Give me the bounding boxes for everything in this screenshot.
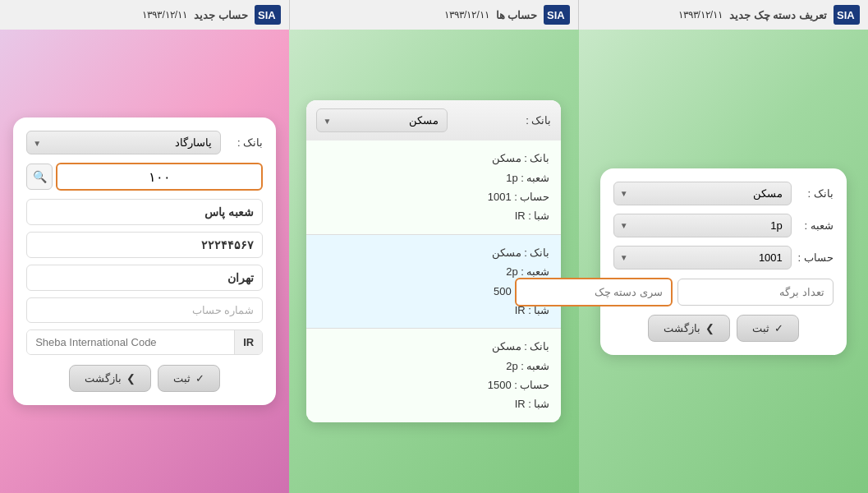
main-content: بانک : پاسارگاد 🔍 شعبه پاس ۲۲۲۴۴۵۶۷ تهرا…: [0, 30, 868, 493]
check-branch-select[interactable]: 1p: [613, 214, 792, 237]
branch-field: شعبه پاس: [26, 199, 263, 225]
title-accounts: حساب ها: [496, 9, 538, 21]
title-new-check: تعریف دسته چک جدید: [729, 9, 827, 21]
account-2-bank: بانک : مسکن: [318, 243, 549, 262]
panel-accounts: بانک : مسکن بانک : مسکن شعبه : 1p حساب :…: [289, 30, 578, 493]
panel-new-check: بانک : مسکن شعبه : 1p حساب :: [579, 30, 868, 493]
account-2-branch: شعبه : 2p: [318, 262, 549, 281]
accounts-card: بانک : مسکن بانک : مسکن شعبه : 1p حساب :…: [306, 100, 561, 422]
svg-text:SIA: SIA: [258, 9, 276, 21]
confirm-icon-2: ✓: [774, 322, 783, 334]
account-3-bank: بانک : مسکن: [318, 337, 549, 356]
check-branch-select-wrapper[interactable]: 1p: [613, 214, 792, 237]
check-bank-select-wrapper[interactable]: مسکن: [613, 182, 792, 205]
check-count-input[interactable]: [677, 279, 834, 306]
action-row-1: ✓ ثبت ❯ بازگشت: [26, 365, 263, 392]
check-branch-label: شعبه :: [797, 219, 834, 232]
check-bank-select[interactable]: مسکن: [613, 182, 792, 205]
account-item-3[interactable]: بانک : مسکن شعبه : 2p حساب : 1500 شبا : …: [306, 329, 561, 422]
search-icon: 🔍: [33, 170, 47, 183]
account-1-number: حساب : 1001: [318, 187, 549, 206]
bank-select[interactable]: پاسارگاد: [26, 131, 221, 154]
svg-text:SIA: SIA: [837, 9, 855, 21]
back-button-2[interactable]: ❯ بازگشت: [648, 315, 730, 342]
check-account-label: حساب :: [797, 251, 834, 264]
new-check-card: بانک : مسکن شعبه : 1p حساب :: [600, 168, 847, 355]
title-new-account: حساب جدید: [194, 9, 248, 21]
account-item-1[interactable]: بانک : مسکن شعبه : 1p حساب : 1001 شبا : …: [306, 141, 561, 235]
check-account-row: حساب : 1001: [613, 246, 834, 270]
confirm-button-1[interactable]: ✓ ثبت: [158, 365, 220, 392]
confirm-label-1: ثبت: [173, 372, 191, 385]
sheba-input[interactable]: [27, 330, 234, 354]
account-3-number: حساب : 1500: [318, 376, 549, 394]
bank-row: بانک : پاسارگاد: [26, 131, 263, 154]
account-placeholder-field: شماره حساب: [26, 297, 263, 323]
confirm-icon-1: ✓: [195, 372, 204, 385]
city-field: تهران: [26, 265, 263, 291]
accounts-header: بانک : مسکن: [306, 100, 561, 141]
sheba-row: IR: [26, 329, 263, 355]
account-3-branch: شعبه : 2p: [318, 357, 549, 376]
logo-3: SIA: [834, 5, 860, 25]
check-series-count-row: [613, 278, 834, 306]
check-bank-row: بانک : مسکن: [613, 182, 834, 205]
account-3-sheba: شبا : IR: [318, 394, 549, 413]
sheba-prefix: IR: [234, 330, 262, 354]
logo-1: SIA: [255, 5, 281, 25]
top-section-new-check: ۱۳۹۳/۱۲/۱۱ تعریف دسته چک جدید SIA: [579, 0, 868, 30]
search-button[interactable]: 🔍: [26, 164, 53, 190]
accounts-bank-label: بانک :: [526, 114, 551, 127]
logo-2: SIA: [544, 5, 570, 25]
check-bank-label: بانک :: [797, 187, 834, 200]
check-series-input[interactable]: [515, 278, 673, 306]
panel-new-account: بانک : پاسارگاد 🔍 شعبه پاس ۲۲۲۴۴۵۶۷ تهرا…: [0, 30, 289, 493]
accounts-bank-select-wrapper[interactable]: مسکن: [316, 108, 448, 132]
bank-select-wrapper[interactable]: پاسارگاد: [26, 131, 221, 154]
svg-text:SIA: SIA: [547, 9, 565, 21]
search-input[interactable]: [56, 163, 263, 191]
top-bar: ۱۳۹۳/۱۲/۱۱ حساب جدید SIA ۱۳۹۳/۱۲/۱۱ حساب…: [0, 0, 868, 30]
top-section-new-account: ۱۳۹۳/۱۲/۱۱ حساب جدید SIA: [0, 0, 290, 30]
check-branch-row: شعبه : 1p: [613, 214, 834, 237]
date-new-check: ۱۳۹۳/۱۲/۱۱: [678, 9, 723, 21]
confirm-label-2: ثبت: [752, 322, 769, 334]
back-icon-1: ❯: [126, 372, 135, 385]
date-new-account: ۱۳۹۳/۱۲/۱۱: [142, 9, 187, 21]
search-row: 🔍: [26, 163, 263, 191]
check-account-select[interactable]: 1001: [613, 246, 792, 270]
bank-label: بانک :: [226, 136, 263, 149]
account-number-field: ۲۲۲۴۴۵۶۷: [26, 232, 263, 258]
action-row-2: ✓ ثبت ❯ بازگشت: [613, 315, 834, 342]
date-accounts: ۱۳۹۳/۱۲/۱۱: [444, 9, 489, 21]
account-1-bank: بانک : مسکن: [318, 149, 549, 168]
account-1-branch: شعبه : 1p: [318, 168, 549, 187]
top-section-accounts: ۱۳۹۳/۱۲/۱۱ حساب ها SIA: [290, 0, 580, 30]
account-1-sheba: شبا : IR: [318, 206, 549, 225]
back-label-2: بازگشت: [664, 322, 700, 334]
back-icon-2: ❯: [705, 322, 714, 334]
new-account-card: بانک : پاسارگاد 🔍 شعبه پاس ۲۲۲۴۴۵۶۷ تهرا…: [13, 117, 276, 405]
back-label-1: بازگشت: [85, 372, 122, 385]
back-button-1[interactable]: ❯ بازگشت: [69, 365, 151, 392]
accounts-bank-select[interactable]: مسکن: [316, 108, 448, 132]
check-account-select-wrapper[interactable]: 1001: [613, 246, 792, 270]
confirm-button-2[interactable]: ✓ ثبت: [737, 315, 799, 342]
